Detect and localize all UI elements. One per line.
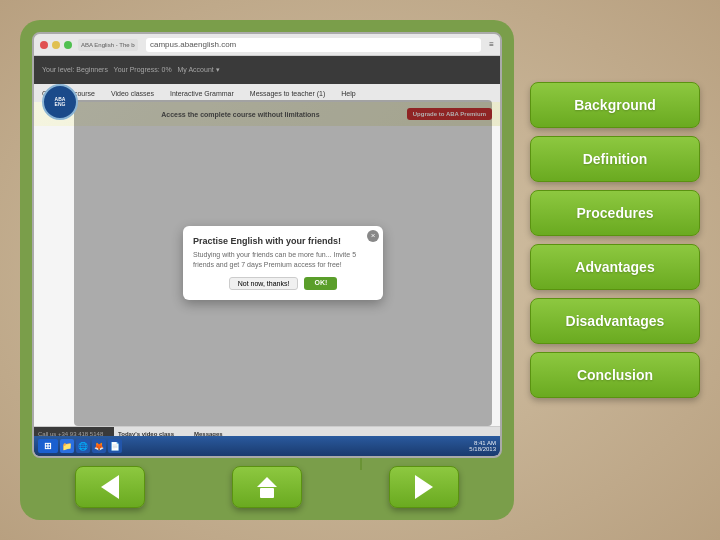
nav-grammar[interactable]: Interactive Grammar <box>170 90 234 97</box>
nav-video-classes[interactable]: Video classes <box>111 90 154 97</box>
home-body <box>260 488 274 498</box>
popup-no-btn[interactable]: Not now, thanks! <box>229 277 299 290</box>
site-header-text: Your level: Beginners Your Progress: 0% … <box>42 66 492 74</box>
prev-btn[interactable] <box>75 466 145 508</box>
popup-close-btn[interactable]: × <box>367 230 379 242</box>
menu-btn-advantages[interactable]: Advantages <box>530 244 700 290</box>
browser-menu-icon[interactable]: ≡ <box>489 40 494 49</box>
menu-btn-definition[interactable]: Definition <box>530 136 700 182</box>
aba-logo-container: ABAENG <box>42 84 78 120</box>
browser-minimize-btn[interactable] <box>52 41 60 49</box>
start-btn[interactable]: ⊞ <box>38 439 58 453</box>
home-btn[interactable] <box>232 466 302 508</box>
browser-mockup: ABA English - The best... campus.abaengl… <box>32 32 502 458</box>
browser-toolbar: ABA English - The best... campus.abaengl… <box>34 34 500 56</box>
taskbar-icon-1[interactable]: 📁 <box>60 439 74 453</box>
menu-btn-background[interactable]: Background <box>530 82 700 128</box>
menu-panel: Background Definition Procedures Advanta… <box>530 20 700 520</box>
menu-btn-procedures[interactable]: Procedures <box>530 190 700 236</box>
browser-maximize-btn[interactable] <box>64 41 72 49</box>
url-text: campus.abaenglish.com <box>150 40 236 49</box>
taskbar-icon-2[interactable]: 🌐 <box>76 439 90 453</box>
popup-overlay: × Practise English with your friends! St… <box>74 100 492 426</box>
main-container: ABA English - The best... campus.abaengl… <box>20 20 700 520</box>
menu-btn-disadvantages[interactable]: Disadvantages <box>530 298 700 344</box>
next-btn[interactable] <box>389 466 459 508</box>
nav-help[interactable]: Help <box>341 90 355 97</box>
browser-content: Your level: Beginners Your Progress: 0% … <box>34 56 500 456</box>
home-roof <box>257 477 277 487</box>
home-icon <box>257 477 277 498</box>
nav-messages[interactable]: Messages to teacher (1) <box>250 90 325 97</box>
taskbar-icon-3[interactable]: 🦊 <box>92 439 106 453</box>
taskbar: ⊞ 📁 🌐 🦊 📄 8:41 AM 5/18/2013 <box>34 436 500 456</box>
date-display: 5/18/2013 <box>469 446 496 452</box>
menu-btn-conclusion[interactable]: Conclusion <box>530 352 700 398</box>
screenshot-panel: ABA English - The best... campus.abaengl… <box>20 20 514 520</box>
popup-buttons: Not now, thanks! OK! <box>193 277 373 290</box>
prev-arrow-icon <box>101 475 119 499</box>
next-arrow-icon <box>415 475 433 499</box>
taskbar-icon-4[interactable]: 📄 <box>108 439 122 453</box>
site-header: Your level: Beginners Your Progress: 0% … <box>34 56 500 84</box>
popup-ok-btn[interactable]: OK! <box>304 277 337 290</box>
taskbar-time: 8:41 AM 5/18/2013 <box>469 440 496 452</box>
browser-tab: ABA English - The best... <box>78 39 138 51</box>
browser-close-btn[interactable] <box>40 41 48 49</box>
tab-title: ABA English - The best... <box>81 42 135 48</box>
address-bar[interactable]: campus.abaenglish.com <box>146 38 481 52</box>
popup-title: Practise English with your friends! <box>193 236 373 246</box>
popup-modal: × Practise English with your friends! St… <box>183 226 383 301</box>
bottom-nav <box>32 466 502 508</box>
popup-text: Studying with your friends can be more f… <box>193 250 373 270</box>
aba-logo: ABAENG <box>42 84 78 120</box>
